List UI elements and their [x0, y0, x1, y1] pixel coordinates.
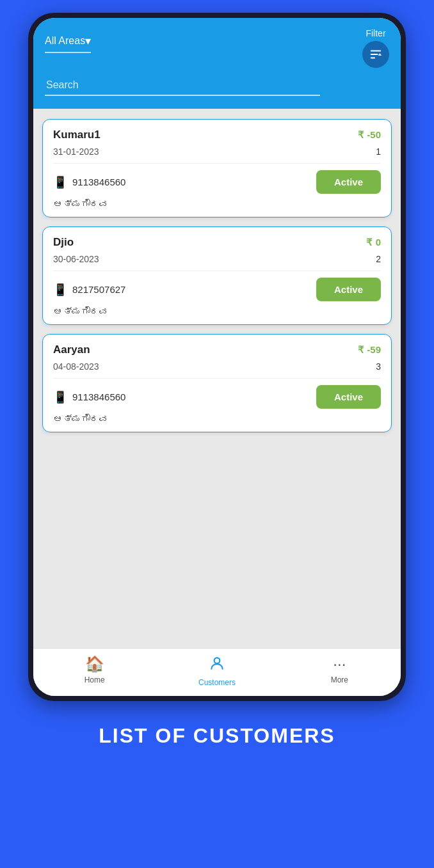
card-top-row-2: Djio ₹ 0 [53, 236, 381, 249]
active-button-1[interactable]: Active [316, 170, 381, 194]
bottom-nav: 🏠 Home Customers ··· More [33, 648, 401, 696]
customer-serial-2: 2 [376, 254, 381, 264]
customer-amount-2: ₹ 0 [366, 237, 381, 248]
search-row [45, 75, 389, 96]
svg-point-4 [214, 658, 220, 663]
kannada-text-2: ಆತ್ಮಗೌರವ [53, 306, 381, 317]
svg-marker-3 [378, 53, 382, 56]
area-selector[interactable]: All Areas ▾ [45, 34, 91, 53]
page-title: LIST OF CUSTOMERS [86, 701, 348, 773]
phone-frame: All Areas ▾ Filter [28, 13, 406, 701]
svg-rect-2 [371, 58, 375, 59]
kannada-text-1: ಆತ್ಮಗೌರವ [53, 199, 381, 209]
nav-item-customers[interactable]: Customers [156, 655, 278, 687]
customer-list: Kumaru1 ₹ -50 31-01-2023 1 📱 9113846560 … [33, 109, 401, 648]
filter-icon-button[interactable] [362, 41, 389, 68]
customer-amount-3: ₹ -59 [358, 344, 381, 356]
customer-name-3: Aaryan [53, 343, 90, 356]
chevron-down-icon: ▾ [85, 34, 91, 48]
customer-phone-1: 9113846560 [72, 177, 125, 187]
search-input[interactable] [45, 75, 320, 96]
customer-serial-3: 3 [376, 361, 381, 372]
area-text: All Areas [45, 35, 85, 47]
header-area-row: All Areas ▾ [45, 34, 129, 62]
nav-item-home[interactable]: 🏠 Home [33, 655, 156, 687]
phone-row-2: 📱 8217507627 Active [53, 278, 381, 301]
phone-screen: All Areas ▾ Filter [33, 18, 401, 696]
kannada-text-3: ಆತ್ಮಗೌರವ [53, 414, 381, 424]
phone-info-2: 📱 8217507627 [53, 283, 125, 297]
customers-icon [209, 655, 225, 675]
date-row-2: 30-06-2023 2 [53, 254, 381, 271]
customer-serial-1: 1 [376, 146, 381, 157]
header-top: All Areas ▾ Filter [45, 28, 389, 68]
customer-card-2[interactable]: Djio ₹ 0 30-06-2023 2 📱 8217507627 Activ… [42, 226, 392, 325]
phone-icon-2: 📱 [53, 283, 67, 297]
customer-amount-1: ₹ -50 [358, 129, 381, 141]
card-top-row-3: Aaryan ₹ -59 [53, 343, 381, 356]
card-top-row-1: Kumaru1 ₹ -50 [53, 129, 381, 141]
more-icon: ··· [333, 655, 346, 673]
nav-label-more: More [331, 675, 348, 684]
nav-label-customers: Customers [198, 678, 236, 687]
header: All Areas ▾ Filter [33, 18, 401, 109]
phone-info-3: 📱 9113846560 [53, 390, 125, 404]
phone-info-1: 📱 9113846560 [53, 175, 125, 189]
customer-card-3[interactable]: Aaryan ₹ -59 04-08-2023 3 📱 9113846560 A… [42, 334, 392, 432]
customer-name-1: Kumaru1 [53, 129, 100, 141]
customer-date-1: 31-01-2023 [53, 146, 99, 157]
nav-item-more[interactable]: ··· More [278, 655, 401, 687]
filter-button-group: Filter [362, 28, 389, 68]
customer-name-2: Djio [53, 236, 74, 249]
customer-date-3: 04-08-2023 [53, 361, 99, 372]
phone-icon-3: 📱 [53, 390, 67, 404]
phone-icon-1: 📱 [53, 175, 67, 189]
svg-rect-1 [371, 54, 378, 55]
phone-row-1: 📱 9113846560 Active [53, 170, 381, 194]
home-icon: 🏠 [85, 655, 104, 673]
customer-phone-3: 9113846560 [72, 391, 125, 402]
phone-row-3: 📱 9113846560 Active [53, 385, 381, 409]
filter-sort-icon [369, 47, 383, 61]
customer-card-1[interactable]: Kumaru1 ₹ -50 31-01-2023 1 📱 9113846560 … [42, 119, 392, 217]
customer-date-2: 30-06-2023 [53, 254, 99, 264]
nav-label-home: Home [84, 675, 105, 684]
customer-phone-2: 8217507627 [72, 284, 125, 295]
date-row-3: 04-08-2023 3 [53, 361, 381, 379]
date-row-1: 31-01-2023 1 [53, 146, 381, 164]
active-button-2[interactable]: Active [316, 278, 381, 301]
active-button-3[interactable]: Active [316, 385, 381, 409]
svg-rect-0 [371, 51, 382, 52]
filter-label: Filter [366, 28, 385, 38]
